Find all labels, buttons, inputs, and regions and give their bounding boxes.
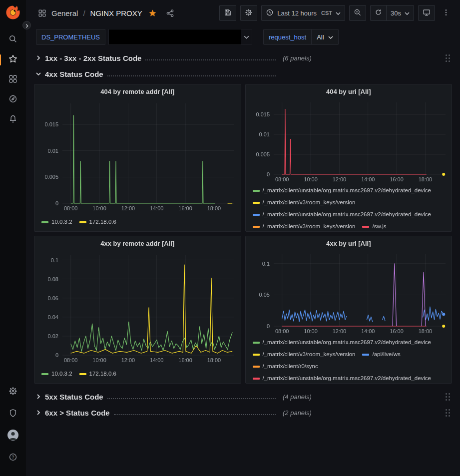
legend-series-label: /_matrix/client/unstable/org.matrix.msc2… — [263, 210, 432, 219]
legend-item[interactable]: /_matrix/client/v3/room_keys/version — [253, 222, 356, 231]
legend-item[interactable]: 10.0.3.2 — [41, 218, 72, 226]
svg-text:?: ? — [12, 455, 14, 460]
bell-icon — [8, 114, 17, 125]
svg-text:0: 0 — [55, 200, 58, 206]
svg-text:18:00: 18:00 — [207, 357, 221, 363]
header-toolbar: Last 12 hours CST — [219, 5, 453, 21]
svg-text:12:00: 12:00 — [121, 205, 135, 211]
compass-icon — [8, 94, 17, 105]
svg-text:10:00: 10:00 — [92, 205, 106, 211]
gear-icon — [8, 387, 17, 398]
legend-series-label: /_matrix/client/v3/room_keys/version — [263, 198, 356, 207]
legend-item[interactable]: /api/live/ws — [362, 350, 400, 359]
chart-canvas[interactable]: 00.0050.010.01508:0010:0012:0014:0016:00… — [34, 98, 240, 212]
legend-item[interactable]: /sw.js — [362, 222, 386, 231]
sidebar-item-starred[interactable] — [0, 50, 26, 70]
sidebar-item-dashboards[interactable] — [0, 70, 26, 90]
svg-text:16:00: 16:00 — [178, 357, 192, 363]
save-dashboard-button[interactable] — [219, 5, 236, 21]
kebab-menu-button[interactable] — [439, 5, 453, 21]
star-icon — [8, 54, 17, 65]
svg-text:0.1: 0.1 — [262, 261, 269, 267]
request-host-variable-label[interactable]: request_host — [263, 29, 312, 45]
datasource-variable-select[interactable] — [108, 29, 252, 45]
svg-text:14:00: 14:00 — [150, 357, 164, 363]
legend-item[interactable]: 172.18.0.6 — [79, 370, 116, 378]
svg-text:08:00: 08:00 — [64, 205, 78, 211]
svg-text:08:00: 08:00 — [275, 328, 289, 334]
legend-series-swatch — [253, 214, 260, 216]
chevron-down-icon — [405, 9, 410, 17]
row-4xx[interactable]: 4xx Status Code — [34, 67, 452, 81]
legend-series-label: /api/live/ws — [372, 350, 400, 359]
favorite-star-icon[interactable] — [148, 9, 157, 17]
time-range-label: Last 12 hours — [277, 9, 317, 17]
sidebar-item-help[interactable]: ? — [0, 447, 26, 469]
svg-text:10:00: 10:00 — [304, 328, 318, 334]
dashboard-settings-button[interactable] — [240, 5, 257, 21]
legend-item[interactable]: /_matrix/client/v3/room_keys/version — [253, 350, 356, 359]
grafana-logo[interactable] — [5, 5, 20, 20]
row-drag-handle[interactable] — [446, 54, 450, 62]
legend-item[interactable]: /_matrix/client/unstable/org.matrix.msc2… — [253, 338, 432, 347]
refresh-interval-dropdown[interactable]: 30s — [387, 5, 414, 21]
variables-toolbar: DS_PROMETHEUS request_host All — [26, 26, 460, 48]
panel-title[interactable]: 404 by remote addr [All] — [34, 84, 241, 98]
sidebar-item-configuration[interactable] — [0, 381, 26, 403]
chart-legend: /_matrix/client/unstable/org.matrix.msc2… — [246, 186, 452, 231]
chevron-right-icon — [34, 55, 43, 61]
sidebar-expand-button[interactable] — [22, 21, 31, 29]
svg-text:0: 0 — [266, 171, 269, 177]
shield-icon — [8, 409, 17, 420]
help-icon: ? — [8, 453, 17, 464]
request-host-variable: request_host All — [263, 29, 339, 45]
panel-title[interactable]: 4xx by remote addr [All] — [34, 236, 241, 250]
legend-item[interactable]: /_matrix/client/unstable/org.matrix.msc2… — [253, 210, 432, 219]
legend-item[interactable]: 172.18.0.6 — [79, 218, 116, 226]
request-host-variable-select[interactable]: All — [312, 29, 338, 45]
panel-title[interactable]: 404 by uri [All] — [246, 84, 452, 98]
svg-text:0: 0 — [266, 323, 269, 329]
row-panel-count: (4 panels) — [283, 393, 312, 401]
row-6xx[interactable]: 6xx > Status Code (2 panels) — [34, 406, 452, 420]
datasource-variable-label[interactable]: DS_PROMETHEUS — [36, 29, 105, 45]
sidebar-item-search[interactable] — [0, 30, 26, 50]
legend-series-swatch — [253, 354, 260, 356]
tv-mode-button[interactable] — [418, 5, 435, 21]
legend-item[interactable]: 10.0.3.2 — [41, 370, 72, 378]
sidebar-item-alerting[interactable] — [0, 110, 26, 130]
sidebar-item-server-admin[interactable] — [0, 403, 26, 425]
panel-title[interactable]: 4xx by uri [All] — [246, 236, 452, 250]
svg-text:0.1: 0.1 — [51, 257, 58, 263]
chart-canvas[interactable]: 00.050.108:0010:0012:0014:0016:0018:00 — [246, 250, 452, 335]
row-drag-handle[interactable] — [446, 409, 450, 417]
legend-item[interactable]: /_matrix/client/v3/room_keys/version — [253, 198, 356, 207]
dashboard-title[interactable]: NGINX PROXY — [90, 9, 142, 17]
chart-canvas[interactable]: 00.0050.010.01508:0010:0012:0014:0016:00… — [246, 98, 452, 183]
chart-canvas[interactable]: 00.020.040.060.080.108:0010:0012:0014:00… — [34, 250, 240, 364]
row-1xx-3xx-2xx[interactable]: 1xx - 3xx - 2xx Status Code (6 panels) — [34, 51, 452, 65]
legend-series-label: /_matrix/client/unstable/org.matrix.msc2… — [263, 374, 432, 383]
row-drag-handle[interactable] — [446, 393, 450, 401]
time-range-picker[interactable]: Last 12 hours CST — [261, 5, 345, 21]
sidebar-item-profile[interactable] — [0, 425, 26, 447]
request-host-variable-value: All — [317, 33, 324, 41]
breadcrumb-folder[interactable]: General — [51, 9, 78, 17]
legend-series-swatch — [253, 342, 260, 344]
chart-legend: /_matrix/client/unstable/org.matrix.msc2… — [246, 338, 452, 383]
legend-item[interactable]: /_matrix/client/unstable/org.matrix.msc2… — [253, 186, 432, 195]
svg-text:0.01: 0.01 — [48, 148, 58, 154]
sidebar-item-explore[interactable] — [0, 90, 26, 110]
legend-item[interactable]: /_matrix/client/r0/sync — [253, 362, 318, 371]
dashboard-header: General / NGINX PROXY — [26, 0, 460, 26]
refresh-button[interactable] — [370, 5, 387, 21]
legend-item[interactable]: /_matrix/client/unstable/org.matrix.msc2… — [253, 374, 432, 383]
row-5xx[interactable]: 5xx Status Code (4 panels) — [34, 390, 452, 404]
panel-4xx-by-remote-addr: 4xx by remote addr [All] 00.020.040.060.… — [34, 236, 241, 384]
svg-text:16:00: 16:00 — [178, 205, 192, 211]
zoom-out-button[interactable] — [349, 5, 366, 21]
chart-legend: 10.0.3.2172.18.0.6 — [34, 218, 241, 226]
dashboard-grid-icon[interactable] — [38, 9, 46, 17]
breadcrumb-separator: / — [83, 9, 85, 17]
share-icon[interactable] — [166, 9, 174, 17]
